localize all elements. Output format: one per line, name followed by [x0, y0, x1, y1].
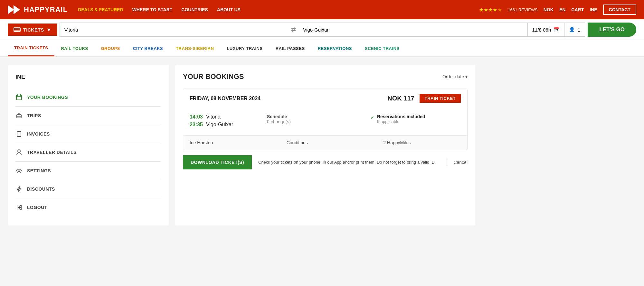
- subnav-scenic-trains[interactable]: SCENIC TRAINS: [358, 41, 406, 56]
- sub-nav: TRAIN TICKETS RAIL TOURS GROUPS CITY BRE…: [0, 40, 644, 57]
- file-icon: [15, 130, 23, 138]
- sidebar-item-settings[interactable]: SETTINGS: [15, 162, 161, 180]
- tickets-button[interactable]: TICKETS ▼: [8, 24, 57, 36]
- booking-card: FRIDAY, 08 NOVEMBER 2024 NOK 117 TRAIN T…: [183, 89, 468, 150]
- svg-marker-17: [17, 186, 21, 192]
- cancel-link[interactable]: Cancel: [453, 160, 468, 165]
- main-content: INE YOUR BOOKINGS TRIPS INVOICES: [0, 57, 483, 233]
- conditions-link[interactable]: Conditions: [287, 140, 364, 145]
- subnav-city-breaks[interactable]: CITY BREAKS: [127, 41, 169, 56]
- top-nav-right: ★★★★★ 1661 REVIEWS NOK EN CART INE CONTA…: [479, 5, 636, 15]
- sidebar-menu: YOUR BOOKINGS TRIPS INVOICES TRAVELLER D…: [15, 88, 161, 216]
- bookings-header: YOUR BOOKINGS Order date ▾: [183, 72, 468, 81]
- logo-text: HAPPYRAIL: [24, 5, 68, 14]
- applicable-label: If applicable: [377, 119, 425, 124]
- download-description: Check your tickets on your phone, in our…: [258, 159, 440, 166]
- changes-value: 0 change(s): [267, 119, 357, 124]
- booking-card-header: FRIDAY, 08 NOVEMBER 2024 NOK 117 TRAIN T…: [183, 89, 467, 108]
- nav-countries[interactable]: COUNTRIES: [181, 7, 208, 12]
- nav-about[interactable]: ABOUT US: [217, 7, 241, 12]
- ticket-icon: [14, 27, 21, 33]
- sidebar-item-bookings[interactable]: YOUR BOOKINGS: [15, 88, 161, 107]
- svg-point-16: [18, 170, 20, 172]
- svg-rect-5: [16, 95, 22, 100]
- swap-icon[interactable]: ⇄: [289, 26, 298, 33]
- sidebar-item-trips[interactable]: TRIPS: [15, 107, 161, 125]
- logo[interactable]: HAPPYRAIL: [8, 5, 68, 14]
- arrival-time: 23:35: [190, 122, 203, 128]
- bookings-section: YOUR BOOKINGS Order date ▾ FRIDAY, 08 NO…: [175, 65, 475, 225]
- departure-station: Vitoria: [206, 114, 221, 120]
- svg-marker-1: [14, 5, 20, 14]
- arrival-row: 23:35 Vigo-Guixar: [190, 122, 254, 128]
- download-button[interactable]: DOWNLOAD TICKET(S): [183, 155, 252, 169]
- briefcase-icon: [15, 112, 23, 119]
- language-btn[interactable]: EN: [559, 7, 565, 12]
- svg-marker-0: [8, 5, 14, 14]
- sidebar-item-logout[interactable]: LOGOUT: [15, 198, 161, 216]
- search-bar: TICKETS ▼ ⇄ 11/8 06h 📅 👤 1 LET'S GO: [0, 19, 644, 40]
- user-btn[interactable]: INE: [590, 7, 597, 12]
- journey-details: Schedule 0 change(s): [267, 114, 357, 129]
- date-field[interactable]: 11/8 06h 📅: [527, 23, 564, 36]
- subnav-rail-tours[interactable]: RAIL TOURS: [54, 41, 94, 56]
- schedule-label: Schedule: [267, 114, 357, 119]
- destination-input[interactable]: [298, 23, 527, 36]
- booking-date: FRIDAY, 08 NOVEMBER 2024: [190, 96, 260, 101]
- passenger-name: Ine Harsten: [190, 140, 267, 145]
- sidebar-settings-label: SETTINGS: [27, 168, 51, 173]
- svg-rect-2: [14, 28, 20, 32]
- pax-field[interactable]: 👤 1: [564, 23, 585, 36]
- subnav-groups[interactable]: GROUPS: [94, 41, 126, 56]
- arrival-station: Vigo-Guixar: [206, 122, 233, 128]
- sidebar-bookings-label: YOUR BOOKINGS: [27, 95, 68, 100]
- departure-time: 14:03: [190, 114, 203, 120]
- lightning-icon: [15, 186, 23, 193]
- booking-header-right: NOK 117 TRAIN TICKET: [387, 94, 461, 103]
- chevron-down-icon: ▾: [465, 74, 468, 79]
- sidebar-logout-label: LOGOUT: [27, 205, 47, 210]
- included-section: ✓ Reservations included If applicable: [370, 114, 461, 129]
- sidebar-trips-label: TRIPS: [27, 113, 41, 118]
- nav-deals[interactable]: DEALS & FEATURED: [78, 7, 123, 12]
- reservations-text: Reservations included If applicable: [377, 114, 425, 124]
- reservations-label: Reservations included: [377, 114, 425, 119]
- svg-point-15: [18, 150, 20, 152]
- sidebar-traveller-label: TRAVELLER DETAILS: [27, 150, 77, 155]
- logout-icon: [15, 204, 23, 211]
- calendar-icon: [15, 94, 23, 101]
- happy-miles: 2 HappyMiles: [383, 140, 461, 145]
- lets-go-button[interactable]: LET'S GO: [588, 23, 636, 37]
- sidebar-username: INE: [15, 74, 161, 81]
- subnav-rail-passes[interactable]: RAIL PASSES: [269, 41, 311, 56]
- booking-card-body: 14:03 Vitoria 23:35 Vigo-Guixar Schedule…: [183, 108, 467, 135]
- pax-count: 1: [578, 27, 580, 33]
- bookings-title: YOUR BOOKINGS: [183, 72, 244, 81]
- pax-icon: 👤: [569, 27, 575, 33]
- check-icon: ✓: [370, 114, 374, 120]
- origin-input[interactable]: [60, 23, 289, 36]
- nav-where-to-start[interactable]: WHERE TO START: [132, 7, 173, 12]
- order-date-label: Order date: [442, 74, 464, 79]
- sidebar-item-discounts[interactable]: DISCOUNTS: [15, 180, 161, 198]
- contact-button[interactable]: CONTACT: [603, 5, 636, 15]
- sidebar-invoices-label: INVOICES: [27, 131, 50, 137]
- subnav-luxury-trains[interactable]: LUXURY TRAINS: [220, 41, 269, 56]
- tickets-dropdown-icon[interactable]: ▼: [46, 27, 51, 33]
- train-ticket-badge: TRAIN TICKET: [420, 94, 461, 103]
- sidebar-item-invoices[interactable]: INVOICES: [15, 125, 161, 143]
- cart-btn[interactable]: CART: [571, 7, 584, 12]
- stars: ★★★★★: [479, 7, 502, 13]
- sidebar: INE YOUR BOOKINGS TRIPS INVOICES: [8, 65, 169, 225]
- currency-btn[interactable]: NOK: [544, 7, 554, 12]
- subnav-trans-siberian[interactable]: TRANS-SIBERIAN: [169, 41, 220, 56]
- order-date-sort[interactable]: Order date ▾: [442, 74, 468, 79]
- subnav-reservations[interactable]: RESERVATIONS: [311, 41, 358, 56]
- reservations-row: ✓ Reservations included If applicable: [370, 114, 461, 124]
- sidebar-item-traveller[interactable]: TRAVELLER DETAILS: [15, 143, 161, 162]
- divider: [447, 158, 447, 166]
- booking-card-passenger: Ine Harsten Conditions 2 HappyMiles: [183, 135, 467, 150]
- subnav-train-tickets[interactable]: TRAIN TICKETS: [8, 40, 54, 56]
- tickets-label: TICKETS: [23, 27, 44, 33]
- top-nav: HAPPYRAIL DEALS & FEATURED WHERE TO STAR…: [0, 0, 644, 19]
